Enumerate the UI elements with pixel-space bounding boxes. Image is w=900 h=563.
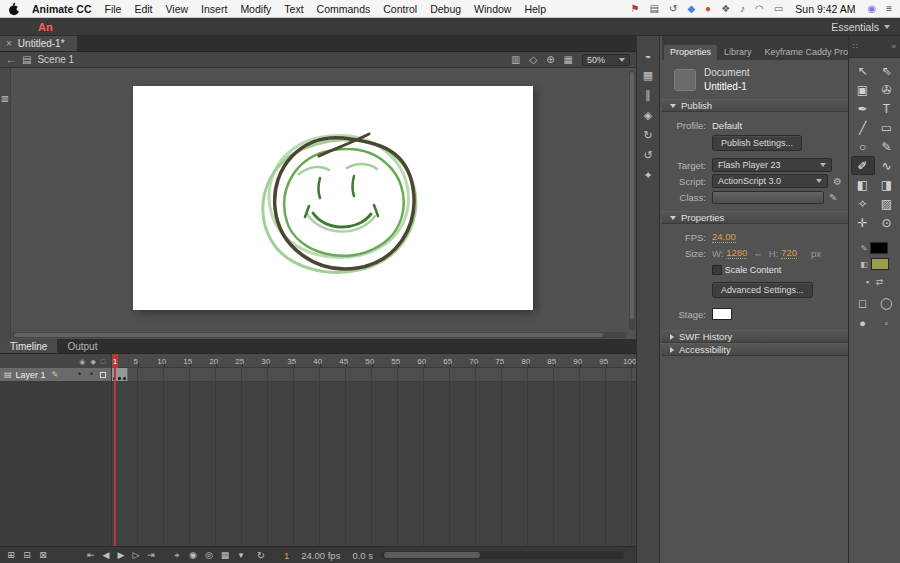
current-frame-readout[interactable]: 1	[284, 550, 289, 561]
stage-color-swatch[interactable]	[712, 308, 732, 320]
object-drawing-toggle[interactable]: ◻	[851, 297, 875, 310]
edit-multiple-frames-button[interactable]: ▦	[218, 550, 232, 560]
scene-label[interactable]: Scene 1	[37, 54, 74, 65]
new-folder-button[interactable]: ⊟	[20, 550, 34, 560]
center-frame-button[interactable]: ⌖	[170, 550, 184, 561]
back-arrow-icon[interactable]: ←	[6, 54, 16, 65]
bluetooth-icon[interactable]: ❖	[721, 4, 730, 14]
new-layer-button[interactable]: ⊞	[4, 550, 18, 560]
close-icon[interactable]: ×	[6, 38, 12, 49]
publish-section-header[interactable]: Publish	[662, 99, 848, 112]
pencil-icon[interactable]: ✎	[829, 192, 837, 203]
step-forward-button[interactable]: ▷	[129, 550, 143, 560]
menu-item-file[interactable]: File	[105, 3, 122, 15]
menu-item-animate-cc[interactable]: Animate CC	[32, 3, 92, 15]
workspace-switcher[interactable]: Essentials	[831, 21, 890, 33]
paint-bucket-tool[interactable]: ◧	[851, 175, 875, 194]
battery-icon[interactable]: ▭	[774, 4, 783, 14]
screen-mirroring-icon[interactable]: ▤	[650, 4, 659, 14]
layer-row[interactable]: ▤ Layer 1 ✎ • •	[0, 368, 636, 382]
menu-item-help[interactable]: Help	[524, 3, 546, 15]
keyframe-cell[interactable]	[122, 368, 128, 381]
stroke-color-swatch[interactable]	[870, 242, 888, 254]
wifi-icon[interactable]: ◠	[755, 4, 764, 14]
layer-name-cell[interactable]: ▤ Layer 1 ✎ • •	[0, 368, 112, 382]
scrollbar-thumb[interactable]	[630, 72, 634, 319]
menu-clock[interactable]: Sun 9:42 AM	[795, 3, 855, 15]
step-back-button[interactable]: ◀	[99, 550, 113, 560]
swap-colors-icon[interactable]: ⇄	[876, 277, 884, 287]
target-dropdown[interactable]: Flash Player 23	[712, 158, 832, 172]
class-field[interactable]	[712, 191, 824, 204]
eraser-tool[interactable]: ▨	[875, 194, 899, 213]
zoom-select[interactable]: 50%	[582, 54, 630, 66]
play-button[interactable]: ▶	[114, 550, 128, 560]
tab-output[interactable]: Output	[57, 339, 107, 353]
language-input-icon[interactable]: ⚑	[631, 4, 640, 14]
go-to-last-frame-button[interactable]: ⇥	[144, 550, 158, 560]
tab-timeline[interactable]: Timeline	[0, 339, 57, 353]
ink-bottle-tool[interactable]: ◨	[875, 175, 899, 194]
accessibility-section-header[interactable]: Accessibility	[662, 343, 848, 356]
layer-visibility-dot[interactable]: •	[78, 369, 81, 379]
layer-lock-dot[interactable]: •	[90, 369, 93, 379]
time-machine-icon[interactable]: ↺	[669, 4, 677, 14]
menu-item-modify[interactable]: Modify	[240, 3, 271, 15]
script-dropdown[interactable]: ActionScript 3.0	[712, 174, 828, 188]
advanced-settings-button[interactable]: Advanced Settings...	[712, 282, 813, 298]
brush-tool[interactable]: ✐	[851, 156, 875, 175]
subselection-tool[interactable]: ⇖	[875, 61, 899, 80]
onion-skin-outlines-button[interactable]: ◎	[202, 550, 216, 560]
line-tool[interactable]: ╱	[851, 118, 875, 137]
siri-icon[interactable]: ◉	[867, 4, 876, 14]
snap-to-objects-toggle[interactable]: ◯	[875, 297, 899, 310]
menu-item-debug[interactable]: Debug	[430, 3, 461, 15]
wrench-icon[interactable]: ⚙	[833, 176, 842, 187]
bone-tool[interactable]: ∿	[875, 156, 899, 175]
loop-button[interactable]: ↻	[254, 550, 268, 561]
tab-properties[interactable]: Properties	[664, 45, 717, 60]
menu-item-commands[interactable]: Commands	[317, 3, 371, 15]
go-to-first-frame-button[interactable]: ⇤	[84, 550, 98, 560]
tab-keyframe-caddy-pro[interactable]: Keyframe Caddy Pro	[759, 45, 855, 60]
brush-size-option[interactable]: ◦	[875, 317, 899, 329]
properties-section-header[interactable]: Properties	[662, 211, 848, 224]
scrollbar-thumb[interactable]	[14, 333, 603, 337]
show-frame-icon[interactable]: ▦	[564, 54, 573, 65]
swatches-panel-icon[interactable]: ▦	[643, 70, 653, 81]
width-value[interactable]: 1280	[726, 247, 747, 259]
layer-frames[interactable]	[112, 368, 636, 382]
center-stage-icon[interactable]: ⊕	[546, 54, 554, 65]
layer-outline-color-swatch[interactable]	[100, 372, 106, 378]
panel-grip-icon[interactable]: ∷	[853, 42, 858, 51]
brush-mode-option[interactable]: ●	[851, 317, 875, 329]
volume-icon[interactable]: ♪	[740, 4, 745, 14]
animate-logo[interactable]: An	[38, 21, 53, 33]
motion-presets-panel-icon[interactable]: ✦	[643, 170, 652, 181]
dropbox-icon[interactable]: ◆	[687, 4, 695, 14]
collapse-panel-icon[interactable]: »	[892, 42, 896, 51]
pencil-tool[interactable]: ✎	[875, 137, 899, 156]
fill-color-swatch[interactable]	[871, 258, 889, 270]
creative-cloud-icon[interactable]: ●	[705, 4, 711, 14]
transform-panel-icon[interactable]: ↻	[643, 130, 652, 141]
timeline-body-frames[interactable]	[112, 382, 636, 546]
tab-library[interactable]: Library	[718, 45, 758, 60]
menu-item-control[interactable]: Control	[383, 3, 417, 15]
scale-content-checkbox[interactable]	[712, 265, 722, 275]
onion-skin-button[interactable]: ◉	[186, 550, 200, 560]
history-panel-icon[interactable]: ↺	[643, 150, 652, 161]
show-hide-all-layers-icon[interactable]: ◉	[79, 358, 85, 365]
timeline-body[interactable]	[0, 382, 636, 546]
color-panel-icon[interactable]: ◒	[645, 50, 652, 61]
free-transform-tool[interactable]: ▣	[851, 80, 875, 99]
menu-item-text[interactable]: Text	[284, 3, 303, 15]
pen-tool[interactable]: ✒	[851, 99, 875, 118]
selection-tool[interactable]: ↖	[851, 61, 875, 80]
edit-scene-icon[interactable]: ▥	[511, 54, 520, 65]
collapsed-panel-icon[interactable]: ▥	[0, 94, 10, 103]
canvas-horizontal-scrollbar[interactable]	[12, 332, 626, 338]
rectangle-tool[interactable]: ▭	[875, 118, 899, 137]
edit-symbols-icon[interactable]: ◇	[529, 54, 537, 65]
menu-item-window[interactable]: Window	[474, 3, 511, 15]
